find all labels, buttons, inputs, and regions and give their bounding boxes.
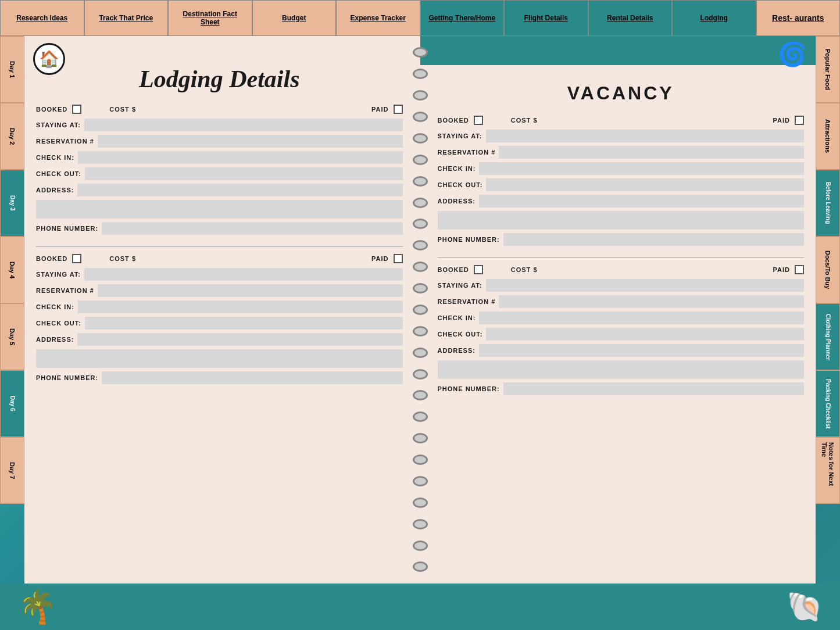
sidebar-item-packing[interactable]: Packing Checklist bbox=[816, 370, 840, 437]
staying-input-1[interactable] bbox=[84, 119, 402, 131]
paid-label-1: PAID bbox=[371, 106, 388, 113]
address-input-2[interactable] bbox=[77, 333, 402, 346]
vacancy-booked-label-1: BOOKED bbox=[438, 117, 469, 124]
checkin-input-1[interactable] bbox=[78, 151, 403, 164]
sidebar-item-before-leaving[interactable]: Before Leaving bbox=[816, 170, 840, 237]
spiral-coil bbox=[413, 198, 428, 208]
vacancy-reservation-label-1: RESERVATION # bbox=[438, 149, 496, 156]
spiral-coil bbox=[413, 47, 428, 58]
lodging-section-2: BOOKED COST $ PAID STAYING AT: RESERVATI… bbox=[36, 254, 403, 384]
sidebar-item-day3[interactable]: Day 3 bbox=[0, 170, 24, 237]
vacancy-cost-label-2: COST $ bbox=[511, 266, 745, 273]
tab-getting[interactable]: Getting There/Home bbox=[420, 0, 505, 36]
checkout-input-1[interactable] bbox=[85, 167, 403, 180]
cost-label-1: COST $ bbox=[109, 106, 344, 113]
vacancy-booked-checkbox-1[interactable] bbox=[474, 116, 483, 125]
spiral-coil bbox=[413, 133, 428, 144]
vacancy-staying-input-1[interactable] bbox=[486, 130, 804, 142]
spiral-coil bbox=[413, 519, 428, 529]
sun-icon: 🌀 bbox=[778, 41, 807, 68]
vacancy-checkout-input-1[interactable] bbox=[486, 178, 804, 191]
vacancy-phone-row-2: PHONE NUMBER: bbox=[438, 382, 805, 395]
sidebar-item-docs[interactable]: Docs/To Buy bbox=[816, 237, 840, 303]
vacancy-address-row-2: ADDRESS: bbox=[438, 344, 805, 357]
tab-lodging[interactable]: Lodging bbox=[672, 0, 756, 36]
tab-flight[interactable]: Flight Details bbox=[504, 0, 588, 36]
vacancy-checkin-input-2[interactable] bbox=[479, 312, 804, 324]
sidebar-item-day6[interactable]: Day 6 bbox=[0, 370, 24, 437]
spiral-coil bbox=[413, 454, 428, 465]
checkin-input-2[interactable] bbox=[78, 300, 403, 313]
vacancy-phone-input-2[interactable] bbox=[503, 382, 804, 395]
checkin-label-1: CHECK IN: bbox=[36, 154, 74, 161]
cost-label-2: COST $ bbox=[109, 255, 344, 262]
booked-label-2: BOOKED bbox=[36, 255, 67, 262]
tab-restaurants[interactable]: Rest- aurants bbox=[756, 0, 841, 36]
vacancy-paid-label-2: PAID bbox=[773, 266, 790, 273]
tab-rental[interactable]: Rental Details bbox=[588, 0, 673, 36]
spiral-coil bbox=[413, 561, 428, 572]
sidebar-item-day2[interactable]: Day 2 bbox=[0, 103, 24, 170]
vacancy-address-extra-1[interactable] bbox=[438, 211, 805, 230]
vacancy-address-input-1[interactable] bbox=[479, 195, 804, 207]
sidebar-item-day7[interactable]: Day 7 bbox=[0, 437, 24, 504]
tab-expense[interactable]: Expense Tracker bbox=[336, 0, 420, 36]
sidebar-item-attractions[interactable]: Attractions bbox=[816, 103, 840, 170]
top-navigation: Research Ideas Track That Price Destinat… bbox=[0, 0, 840, 36]
paid-checkbox-2[interactable] bbox=[394, 254, 403, 263]
booked-row-1: BOOKED COST $ PAID bbox=[36, 105, 403, 114]
vacancy-reservation-input-2[interactable] bbox=[499, 295, 804, 308]
sidebar-item-popular-food[interactable]: Popular Food bbox=[816, 36, 840, 103]
sidebar-item-day5[interactable]: Day 5 bbox=[0, 303, 24, 370]
phone-input-1[interactable] bbox=[102, 222, 402, 235]
vacancy-address-input-2[interactable] bbox=[479, 344, 804, 357]
vacancy-phone-label-2: PHONE NUMBER: bbox=[438, 385, 500, 392]
vacancy-phone-row-1: PHONE NUMBER: bbox=[438, 233, 805, 246]
checkout-input-2[interactable] bbox=[85, 317, 403, 330]
tab-destination[interactable]: Destination Fact Sheet bbox=[168, 0, 252, 36]
sidebar-item-clothing[interactable]: Clothing Planner bbox=[816, 303, 840, 370]
staying-input-2[interactable] bbox=[84, 268, 402, 281]
vacancy-booked-checkbox-2[interactable] bbox=[474, 265, 483, 274]
spiral-coil bbox=[413, 262, 428, 272]
palm-tree-icon: 🌴 bbox=[17, 588, 58, 626]
home-button[interactable]: 🏠 bbox=[33, 43, 65, 75]
paid-checkbox-1[interactable] bbox=[394, 105, 403, 114]
booked-checkbox-1[interactable] bbox=[72, 105, 81, 114]
vacancy-reservation-input-1[interactable] bbox=[499, 146, 804, 159]
vacancy-phone-input-1[interactable] bbox=[503, 233, 804, 246]
reservation-label-2: RESERVATION # bbox=[36, 287, 94, 294]
sidebar-item-day4[interactable]: Day 4 bbox=[0, 237, 24, 303]
spiral-coil bbox=[413, 176, 428, 187]
spiral-coil bbox=[413, 497, 428, 508]
vacancy-checkin-input-1[interactable] bbox=[479, 162, 804, 175]
booked-checkbox-2[interactable] bbox=[72, 254, 81, 263]
phone-input-2[interactable] bbox=[102, 371, 402, 384]
divider-1 bbox=[36, 246, 403, 247]
vacancy-section-2: BOOKED COST $ PAID STAYING AT: RESERVATI… bbox=[438, 265, 805, 395]
tab-research[interactable]: Research Ideas bbox=[0, 0, 84, 36]
tab-track[interactable]: Track That Price bbox=[84, 0, 169, 36]
vacancy-booked-row-1: BOOKED COST $ PAID bbox=[438, 116, 805, 125]
vacancy-paid-checkbox-1[interactable] bbox=[795, 116, 804, 125]
vacancy-paid-checkbox-2[interactable] bbox=[795, 265, 804, 274]
tab-budget[interactable]: Budget bbox=[252, 0, 337, 36]
sidebar-item-notes[interactable]: Notes for Next Time bbox=[816, 437, 840, 504]
spiral-binding bbox=[412, 36, 429, 584]
phone-row-1: PHONE NUMBER: bbox=[36, 222, 403, 235]
vacancy-staying-label-2: STAYING AT: bbox=[438, 282, 482, 289]
vacancy-address-label-2: ADDRESS: bbox=[438, 347, 476, 354]
address-input-extra-1[interactable] bbox=[36, 200, 403, 219]
spiral-coil bbox=[413, 348, 428, 358]
vacancy-checkout-input-2[interactable] bbox=[486, 328, 804, 341]
address-input-1[interactable] bbox=[77, 184, 402, 196]
vacancy-address-extra-2[interactable] bbox=[438, 360, 805, 379]
reservation-row-1: RESERVATION # bbox=[36, 135, 403, 148]
reservation-input-2[interactable] bbox=[98, 284, 403, 297]
address-input-extra-2[interactable] bbox=[36, 349, 403, 368]
vacancy-staying-input-2[interactable] bbox=[486, 279, 804, 292]
reservation-input-1[interactable] bbox=[98, 135, 403, 148]
sidebar-item-day1[interactable]: Day 1 bbox=[0, 36, 24, 103]
booked-row-2: BOOKED COST $ PAID bbox=[36, 254, 403, 263]
right-page: 🌀 VACANCY BOOKED COST $ PAID STAYING AT:… bbox=[420, 36, 816, 584]
